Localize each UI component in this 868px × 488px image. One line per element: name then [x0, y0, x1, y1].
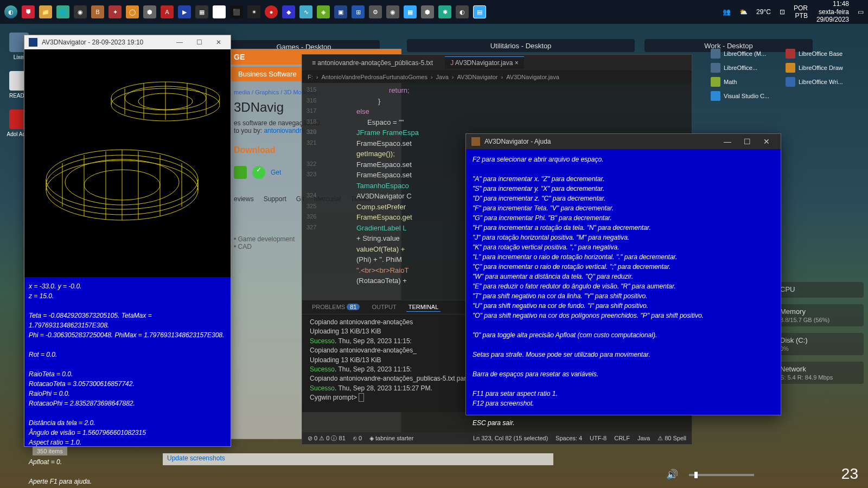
weather-text: 29°C — [756, 8, 771, 16]
app-icon[interactable]: ✴ — [247, 5, 260, 18]
help-text: F2 para selecionar e abrir arquivo de es… — [466, 149, 781, 433]
maximize-button[interactable]: ☐ — [192, 38, 207, 46]
support-tab[interactable]: Support — [264, 195, 286, 203]
app-icon[interactable]: 🌐 — [56, 5, 69, 18]
taskbar-tray: 👥 ⛅ 29°C ⊡ POR PTB 11:48 sexta-feira 29/… — [723, 0, 864, 23]
status-bar: ⊘ 0 ⚠ 0 ⓘ 81 ⎋ 0 ◈ tabnine starter Ln 32… — [302, 432, 692, 444]
status-errors[interactable]: ⊘ 0 ⚠ 0 ⓘ 81 — [308, 434, 346, 442]
lang-indicator[interactable]: POR PTB — [794, 4, 808, 20]
get-link[interactable]: Get — [271, 169, 281, 176]
app-icon[interactable]: ✱ — [438, 5, 451, 18]
app-icon[interactable]: A — [161, 5, 174, 18]
app-icon[interactable]: ⚙ — [369, 5, 382, 18]
tab-txt[interactable]: ≡ antoniovandre-anotações_públicas-5.txt — [307, 57, 438, 69]
volume-slider[interactable] — [689, 474, 754, 476]
desktop-clock: 23 — [841, 465, 858, 483]
work-folder-items: LibreOffice (M... LibreOffice Base Libre… — [711, 49, 863, 101]
app-icon[interactable]: ∿ — [299, 5, 312, 18]
lang-mode[interactable]: Java — [637, 435, 650, 442]
editor-tabs: ≡ antoniovandre-anotações_públicas-5.txt… — [302, 55, 692, 71]
libreoffice-writer-item[interactable]: LibreOffice Wri... — [786, 77, 856, 87]
cpu-widget[interactable]: CPU — [777, 282, 864, 298]
folder-util[interactable]: Utilitários - Desktop — [407, 39, 635, 52]
app-icon[interactable]: ▦ — [195, 5, 208, 18]
app-icon[interactable]: ▶ — [178, 5, 191, 18]
libreoffice-item[interactable]: LibreOffice (M... — [711, 49, 781, 59]
clock[interactable]: 11:48 sexta-feira 29/09/2023 — [816, 0, 849, 23]
app-icon[interactable]: ✦ — [108, 5, 122, 18]
people-icon[interactable]: 👥 — [723, 8, 731, 16]
app-icon[interactable]: ◉ — [386, 5, 399, 18]
tab-java[interactable]: J AV3DNavigator.java × — [445, 56, 524, 69]
app-icon[interactable]: ⬢ — [421, 5, 434, 18]
volume-icon[interactable]: 🔊 — [666, 468, 678, 480]
cursor-pos[interactable]: Ln 323, Col 82 (15 selected) — [473, 435, 548, 442]
libreoffice-draw-item[interactable]: LibreOffice Draw — [786, 63, 856, 73]
network-widget[interactable]: Network S: 5.4 R: 84.9 Mbps — [777, 362, 864, 384]
encoding[interactable]: UTF-8 — [590, 435, 607, 442]
av3dnavigator-window[interactable]: AV3DNavigator - 28-09-2023 19:10 — ☐ ✕ — [24, 35, 231, 447]
minimize-button[interactable]: — — [719, 136, 736, 147]
app-icon[interactable]: 📁 — [39, 5, 52, 18]
breadcrumb[interactable]: F:›AntonioVandrePedrosaFurtunatoGomes›Ja… — [302, 71, 692, 83]
items-count: 350 items — [33, 447, 67, 455]
start-icon[interactable]: ◐ — [4, 5, 17, 18]
app-icon[interactable]: ◉ — [74, 5, 87, 18]
weather-icon[interactable]: ⛅ — [739, 8, 748, 16]
output-tab[interactable]: OUTPUT — [369, 303, 398, 312]
spaces[interactable]: Spaces: 4 — [556, 435, 582, 442]
app-icon[interactable]: B — [91, 5, 104, 18]
terminal-tab[interactable]: TERMINAL — [406, 303, 441, 312]
minimize-button[interactable]: — — [172, 38, 187, 46]
torus-render — [35, 55, 220, 272]
sf-business-badge[interactable]: Business Software — [231, 67, 304, 81]
tabnine-status[interactable]: ◈ tabnine starter — [369, 435, 413, 442]
math-item[interactable]: Math — [711, 77, 781, 87]
app-icon[interactable]: ⛊ — [22, 5, 35, 18]
sf-author-link[interactable]: antoniovandre — [264, 127, 305, 134]
taskbar-apps: ◐ ⛊ 📁 🌐 ◉ B ✦ ◯ ⬢ A ▶ ▦ ◻ ⬛ ✴ ● ◆ ∿ ◈ ▣ … — [4, 5, 486, 18]
app-icon[interactable]: ⬛ — [230, 5, 243, 18]
check-icon — [234, 166, 247, 179]
taskbar: ◐ ⛊ 📁 🌐 ◉ B ✦ ◯ ⬢ A ▶ ▦ ◻ ⬛ ✴ ● ◆ ∿ ◈ ▣ … — [0, 0, 868, 24]
vscode-item[interactable]: Visual Studio C... — [711, 91, 781, 101]
app-icon[interactable]: ● — [265, 5, 278, 18]
libreoffice-base-item[interactable]: LibreOffice Base — [786, 49, 856, 59]
close-button[interactable]: ✕ — [211, 38, 226, 46]
maximize-button[interactable]: ☐ — [738, 136, 756, 147]
app-icon[interactable]: ▦ — [404, 5, 417, 18]
app-icon[interactable]: ◯ — [126, 5, 139, 18]
libreoffice-item2[interactable]: LibreOffice... — [711, 63, 781, 73]
help-title: AV3DNavigator - Ajuda — [484, 138, 551, 145]
memory-widget[interactable]: Memory 8.8/15.7 GB (56%) — [777, 304, 864, 326]
system-widgets: CPU Memory 8.8/15.7 GB (56%) Disk (C:) 0… — [777, 282, 864, 390]
app-icon[interactable]: ◻ — [213, 5, 226, 18]
reviews-tab[interactable]: eviews — [234, 195, 254, 203]
status-port[interactable]: ⎋ 0 — [353, 435, 362, 441]
app-icon[interactable]: ▣ — [334, 5, 347, 18]
help-titlebar[interactable]: AV3DNavigator - Ajuda — ☐ ✕ — [466, 134, 781, 149]
window-title: AV3DNavigator - 28-09-2023 19:10 — [42, 38, 143, 46]
titlebar[interactable]: AV3DNavigator - 28-09-2023 19:10 — ☐ ✕ — [24, 35, 231, 49]
update-link[interactable]: Update screenshots — [163, 453, 553, 465]
app-icon[interactable]: ◆ — [282, 5, 295, 18]
app-icon[interactable]: ⊞ — [352, 5, 365, 18]
disk-widget[interactable]: Disk (C:) 0% — [777, 333, 864, 355]
shield-icon: ✓ — [252, 166, 265, 179]
spell[interactable]: ⚠ 80 Spell — [658, 435, 686, 442]
close-button[interactable]: ✕ — [758, 136, 775, 147]
3d-canvas[interactable] — [24, 49, 231, 277]
app-icon — [471, 137, 480, 146]
eol[interactable]: CRLF — [614, 435, 630, 442]
app-icon[interactable]: ◈ — [317, 5, 330, 18]
app-icon[interactable]: ⬢ — [143, 5, 156, 18]
tray-icon[interactable]: ⊡ — [780, 8, 785, 16]
close-icon[interactable]: × — [515, 59, 519, 67]
download-button[interactable]: Download — [234, 145, 275, 155]
problems-tab[interactable]: PROBLEMS 81 — [310, 303, 362, 312]
notifications-icon[interactable]: ▭ — [858, 8, 864, 16]
help-window[interactable]: AV3DNavigator - Ajuda — ☐ ✕ F2 para sele… — [465, 133, 781, 415]
app-icon[interactable]: ▤ — [473, 5, 486, 18]
app-icon[interactable]: ◐ — [456, 5, 469, 18]
app-icon — [29, 38, 37, 47]
